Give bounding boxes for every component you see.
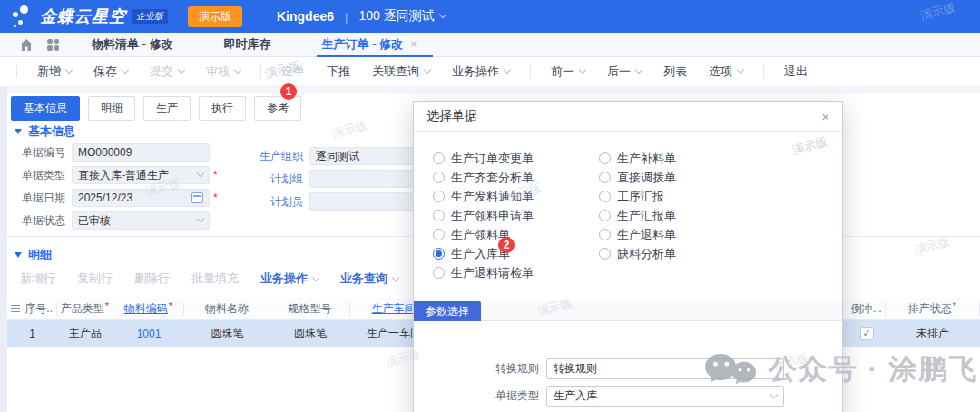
app-window: 金蝶云星空 企业版 演示版 Kingdee6 | 100 逐同测试 物料清单 -… [0, 0, 980, 412]
select-bill-button[interactable]: 选单 [281, 64, 305, 80]
cell-seq: 1 [7, 328, 57, 340]
col-spec-model[interactable]: 规格型号 [270, 302, 350, 316]
form-tab-production[interactable]: 生产 [143, 96, 191, 121]
section-detail[interactable]: 明细 [15, 247, 52, 263]
chevron-down-icon[interactable] [438, 11, 446, 18]
tab-material-list[interactable]: 物料清单 - 修改 [92, 33, 173, 57]
option-return-inspection[interactable]: 生产退料请检单 [433, 263, 534, 282]
row-business-query-button[interactable]: 业务查询 [340, 270, 398, 287]
bill-status-select[interactable]: 已审核 [72, 211, 210, 230]
option-return-bill[interactable]: 生产退料单 [599, 225, 676, 244]
col-product-type[interactable]: 产品类型* [57, 302, 113, 316]
cell-schedule-status: 未排产 [886, 326, 980, 341]
option-process-report[interactable]: 工序汇报 [599, 187, 676, 206]
add-row-button[interactable]: 新增行 [20, 270, 55, 287]
cell-material-name: 圆珠笔 [184, 326, 270, 341]
row-business-operation-button[interactable]: 业务操作 [260, 270, 318, 287]
option-production-report[interactable]: 生产汇报单 [599, 206, 676, 225]
list-button[interactable]: 列表 [663, 64, 687, 80]
select-bill-dialog: 选择单据 × 生产订单变更单 生产齐套分析单 生产发料通知单 生产领料申请单 生… [413, 101, 843, 412]
form-tab-detail[interactable]: 明细 [88, 96, 135, 121]
option-issue-notice[interactable]: 生产发料通知单 [433, 187, 534, 206]
save-button[interactable]: 保存 [93, 64, 128, 80]
col-backflush[interactable]: 倒冲... [848, 302, 886, 316]
left-gutter [0, 87, 7, 412]
audit-button[interactable]: 审核 [206, 64, 240, 80]
delete-row-button[interactable]: 删除行 [134, 270, 170, 287]
header-divider: | [345, 10, 348, 24]
dialog-close-icon[interactable]: × [821, 109, 829, 124]
step-badge-1: 1 [280, 83, 297, 100]
cell-backflush: ✓ [848, 327, 886, 340]
tab-production-order[interactable]: 生产订单 - 修改 × [322, 33, 417, 57]
option-feeding-bill[interactable]: 生产补料单 [599, 149, 676, 168]
detail-toolbar: 新增行 复制行 删除行 批量填充 业务操作 业务查询 行执行 [20, 270, 456, 287]
field-bill-type: 单据类型 直接入库-普通生产 * [9, 166, 218, 184]
chevron-down-icon [65, 66, 73, 74]
param-tab-strip: 参数选择 [414, 301, 842, 321]
submit-button[interactable]: 提交 [150, 64, 184, 80]
radio-icon [599, 229, 611, 240]
section-basic-info[interactable]: 基本信息 [15, 123, 75, 140]
window-tab-bar: 物料清单 - 修改 即时库存 生产订单 - 修改 × [0, 33, 980, 57]
form-tab-reference[interactable]: 参考 [254, 96, 301, 121]
tab-realtime-inventory[interactable]: 即时库存 [224, 33, 271, 57]
chevron-down-icon [312, 274, 319, 281]
chevron-down-icon [737, 66, 744, 74]
bill-date-input[interactable]: 2025/12/23 [72, 189, 210, 207]
home-icon[interactable] [20, 39, 33, 51]
col-material-name[interactable]: 物料名称 [184, 302, 270, 316]
bill-type-select[interactable]: 直接入库-普通生产 [72, 166, 210, 184]
next-button[interactable]: 后一 [607, 64, 642, 80]
radio-icon [599, 152, 611, 164]
batch-fill-button[interactable]: 批量填充 [191, 270, 239, 287]
toolbar-divider [16, 65, 17, 78]
checkbox-checked-icon[interactable]: ✓ [860, 327, 874, 340]
target-bill-type-select[interactable]: 生产入库 [546, 386, 784, 407]
calendar-icon[interactable] [191, 192, 203, 203]
previous-button[interactable]: 前一 [551, 64, 585, 80]
required-mark: * [105, 302, 109, 312]
account-switcher[interactable]: 100 逐同测试 [358, 8, 434, 25]
copy-row-button[interactable]: 复制行 [77, 270, 113, 287]
radio-icon [433, 172, 445, 183]
row-menu-icon[interactable] [11, 305, 20, 313]
option-picking-apply[interactable]: 生产领料申请单 [433, 206, 534, 225]
col-seq[interactable]: 序号.. [7, 302, 57, 316]
option-inbound-bill[interactable]: 生产入库单 [433, 244, 534, 263]
form-tab-execution[interactable]: 执行 [199, 96, 246, 121]
option-picking-bill[interactable]: 生产领料单 [433, 225, 534, 244]
radio-icon [599, 210, 611, 221]
business-operation-button[interactable]: 业务操作 [452, 64, 510, 80]
options-button[interactable]: 选项 [709, 64, 743, 80]
radio-icon [433, 152, 445, 164]
chevron-down-icon [770, 390, 778, 397]
col-material-code[interactable]: 物料编码* [113, 302, 184, 316]
push-down-button[interactable]: 下推 [327, 64, 350, 80]
convert-rule-input[interactable]: 转换规则 [546, 358, 784, 379]
app-header: 金蝶云星空 企业版 演示版 Kingdee6 | 100 逐同测试 [0, 0, 980, 33]
related-query-button[interactable]: 关联查询 [372, 64, 430, 80]
apps-grid-icon[interactable] [47, 39, 59, 51]
demo-version-badge: 演示版 [188, 6, 242, 27]
chevron-down-icon [392, 274, 399, 281]
option-kit-analysis[interactable]: 生产齐套分析单 [433, 168, 534, 187]
dialog-title: 选择单据 [426, 108, 477, 124]
option-order-change[interactable]: 生产订单变更单 [433, 149, 534, 168]
param-select-tab[interactable]: 参数选择 [414, 301, 481, 321]
exit-button[interactable]: 退出 [784, 64, 808, 80]
bill-no-input[interactable]: MO000009 [72, 143, 210, 162]
form-tab-strip: 基本信息 明细 生产 执行 参考 [11, 96, 301, 121]
new-button[interactable]: 新增 [37, 64, 72, 80]
col-schedule-status[interactable]: 排产状态* [886, 302, 980, 316]
chevron-down-icon [197, 215, 204, 222]
option-direct-transfer[interactable]: 直接调拨单 [599, 168, 676, 187]
cell-material-code[interactable]: 1001 [113, 328, 184, 340]
toolbar-gap [0, 87, 980, 94]
form-tab-basic[interactable]: 基本信息 [11, 96, 80, 121]
product-name: Kingdee6 [277, 9, 334, 24]
demo-watermark: 演示版 [330, 117, 368, 142]
radio-icon [599, 248, 611, 260]
tab-close-icon[interactable]: × [410, 38, 416, 51]
option-shortage-analysis[interactable]: 缺料分析单 [599, 244, 676, 263]
